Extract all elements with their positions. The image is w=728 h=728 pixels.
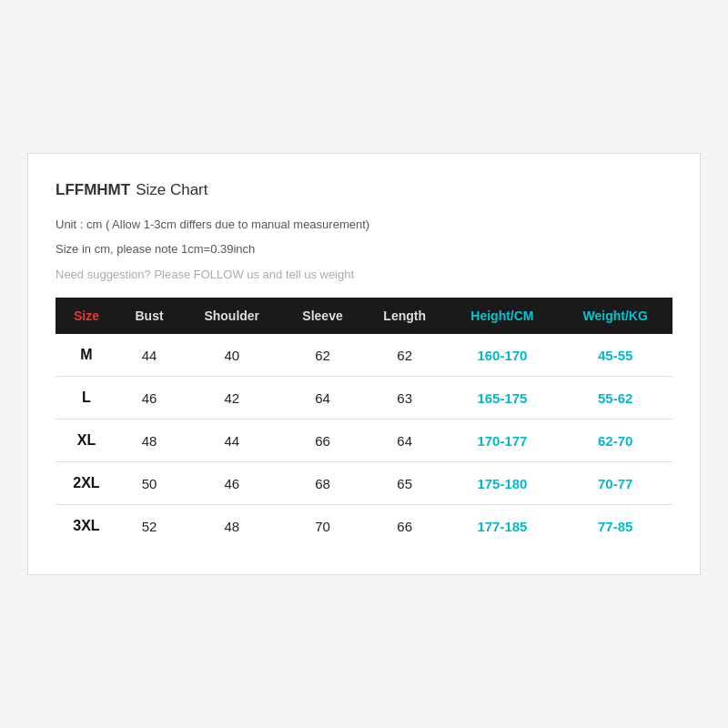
table-cell: 62 bbox=[363, 334, 447, 377]
table-cell: 46 bbox=[117, 377, 181, 420]
table-cell: 64 bbox=[282, 377, 363, 420]
table-cell: L bbox=[56, 377, 117, 420]
col-header-sleeve: Sleeve bbox=[282, 298, 363, 334]
table-cell: 62 bbox=[282, 334, 363, 377]
col-header-shoulder: Shoulder bbox=[181, 298, 282, 334]
table-cell: 64 bbox=[363, 420, 447, 462]
table-cell: 44 bbox=[117, 334, 181, 377]
table-cell: 45-55 bbox=[558, 334, 672, 377]
size-chart-card: LFFMHMT Size Chart Unit : cm ( Allow 1-3… bbox=[27, 153, 701, 576]
chart-title: Size Chart bbox=[136, 181, 207, 199]
brand-name: LFFMHMT bbox=[56, 181, 130, 199]
table-header-row: Size Bust Shoulder Sleeve Length Height/… bbox=[56, 298, 672, 334]
col-header-length: Length bbox=[363, 298, 447, 334]
table-row: L46426463165-17555-62 bbox=[56, 377, 672, 420]
table-cell: 165-175 bbox=[447, 377, 559, 420]
table-cell: 70 bbox=[282, 505, 363, 548]
col-header-size: Size bbox=[56, 298, 117, 334]
table-cell: 77-85 bbox=[558, 505, 672, 548]
table-cell: 2XL bbox=[56, 462, 117, 505]
table-cell: M bbox=[56, 334, 117, 377]
info-line2: Size in cm, please note 1cm=0.39inch bbox=[56, 240, 672, 259]
table-cell: 66 bbox=[363, 505, 447, 548]
table-cell: 50 bbox=[117, 462, 181, 505]
info-line1: Unit : cm ( Allow 1-3cm differs due to m… bbox=[56, 216, 672, 235]
table-cell: 44 bbox=[181, 420, 282, 462]
table-cell: 68 bbox=[282, 462, 363, 505]
table-cell: 65 bbox=[363, 462, 447, 505]
table-cell: XL bbox=[56, 420, 117, 462]
table-cell: 40 bbox=[181, 334, 282, 377]
table-cell: 48 bbox=[181, 505, 282, 548]
title-row: LFFMHMT Size Chart bbox=[56, 181, 672, 199]
col-header-height: Height/CM bbox=[447, 298, 559, 334]
table-cell: 3XL bbox=[56, 505, 117, 548]
table-cell: 177-185 bbox=[447, 505, 559, 548]
table-cell: 62-70 bbox=[558, 420, 672, 462]
table-cell: 70-77 bbox=[558, 462, 672, 505]
table-cell: 160-170 bbox=[447, 334, 559, 377]
col-header-bust: Bust bbox=[117, 298, 181, 334]
table-cell: 46 bbox=[181, 462, 282, 505]
size-table: Size Bust Shoulder Sleeve Length Height/… bbox=[56, 298, 672, 547]
table-row: 2XL50466865175-18070-77 bbox=[56, 462, 672, 505]
col-header-weight: Weight/KG bbox=[558, 298, 672, 334]
table-cell: 66 bbox=[282, 420, 363, 462]
table-cell: 175-180 bbox=[447, 462, 559, 505]
table-cell: 52 bbox=[117, 505, 181, 548]
table-cell: 63 bbox=[363, 377, 447, 420]
suggestion-text: Need suggestion? Please FOLLOW us and te… bbox=[56, 268, 672, 281]
table-cell: 55-62 bbox=[558, 377, 672, 420]
table-row: M44406262160-17045-55 bbox=[56, 334, 672, 377]
table-row: XL48446664170-17762-70 bbox=[56, 420, 672, 462]
table-cell: 42 bbox=[181, 377, 282, 420]
table-row: 3XL52487066177-18577-85 bbox=[56, 505, 672, 548]
table-cell: 48 bbox=[117, 420, 181, 462]
table-cell: 170-177 bbox=[447, 420, 559, 462]
